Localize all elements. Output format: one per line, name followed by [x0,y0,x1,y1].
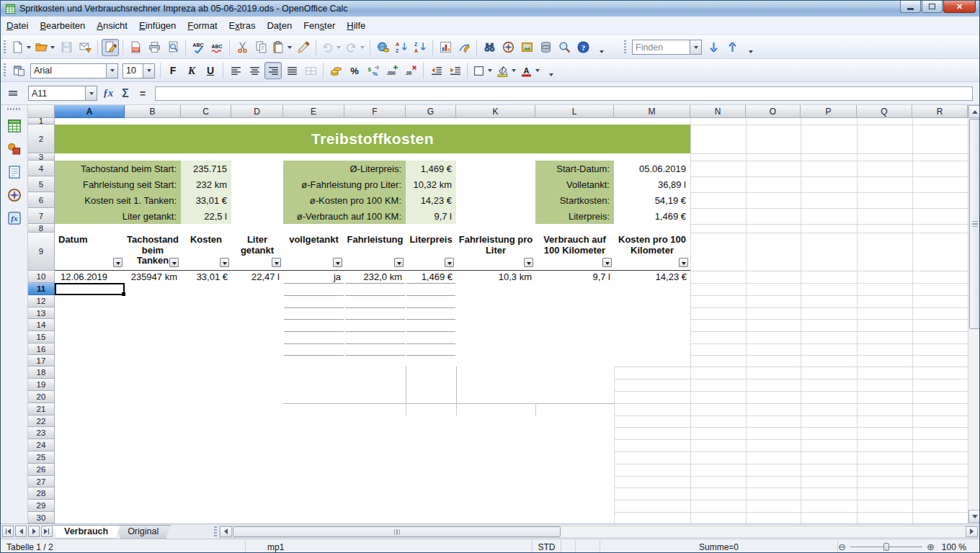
background-color-button[interactable] [495,62,517,79]
decrease-indent-button[interactable] [427,62,445,79]
autofilter-button[interactable] [272,258,281,267]
autofilter-button[interactable] [220,258,229,267]
row-header-1[interactable]: 1 [28,118,55,125]
font-size-combo-input[interactable] [123,66,143,76]
cell-cursor-A11[interactable] [55,283,125,295]
find-input[interactable] [633,42,690,53]
align-justify-button[interactable] [283,62,300,79]
sum-field[interactable]: Summe=0 [600,540,838,553]
summary-value[interactable]: 14,23 € [406,192,456,208]
row-header-30[interactable]: 30 [28,512,55,523]
delete-decimal-place-button[interactable]: .00 [402,62,419,79]
column-header-M[interactable]: M [614,105,690,118]
summary-value[interactable]: 1,469 € [614,208,690,224]
sort-ascending-button[interactable]: AZ [393,39,410,56]
spellcheck-button[interactable]: ABC [190,39,207,56]
summary-value[interactable]: 33,01 € [181,192,231,208]
summary-value[interactable]: 54,19 € [614,192,690,208]
zoom-level[interactable]: 100 % [942,542,966,552]
gallery-button[interactable] [518,39,535,56]
first-sheet-button[interactable] [2,526,14,537]
function-wizard-button[interactable]: ƒx [99,86,117,102]
cell[interactable]: 9,7 l [535,271,614,283]
row-header-17[interactable]: 17 [28,355,55,367]
column-header-E[interactable]: E [283,105,344,118]
sort-descending-button[interactable]: ZA [411,39,429,56]
column-header-G[interactable]: G [406,105,456,118]
menu-bearbeiten[interactable]: Bearbeiten [34,18,91,34]
auto-spellcheck-button[interactable]: ABC [208,39,226,56]
fill-handle[interactable] [122,292,125,296]
row-header-15[interactable]: 15 [28,331,55,343]
toolbar-grip[interactable] [7,108,22,110]
find-dropdown-button[interactable] [690,40,701,54]
row-header-9[interactable]: 9 [28,233,55,271]
row-header-24[interactable]: 24 [28,439,55,451]
formula-bar-handle-icon[interactable] [4,86,22,102]
format-paintbrush-button[interactable] [295,39,312,56]
toolbar-more-button[interactable] [742,39,760,56]
previous-sheet-button[interactable] [15,526,27,537]
insert-function-button[interactable]: fx [6,210,23,227]
cell[interactable]: 22,47 l [231,271,283,283]
help-button[interactable]: ? [574,39,592,56]
cell[interactable]: 232,0 km [344,271,406,283]
menu-format[interactable]: Format [182,18,223,34]
formula-input-line[interactable] [155,86,973,101]
vertical-scroll-thumb[interactable] [969,119,980,329]
autofilter-button[interactable] [602,258,612,267]
show-draw-functions-button[interactable] [455,39,473,56]
row-header-27[interactable]: 27 [28,476,55,487]
autofilter-button[interactable] [169,258,179,267]
number-format-percent-button[interactable]: % [346,62,363,79]
insert-table-button[interactable] [6,117,23,135]
menu-fenster[interactable]: Fenster [298,18,341,34]
scroll-down-button[interactable] [968,510,980,523]
sum-button[interactable]: Σ [117,86,134,102]
bold-button[interactable]: F [164,62,182,79]
column-header-R[interactable]: R [912,105,968,118]
horizontal-scroll-thumb[interactable] [233,526,561,537]
cell[interactable]: 14,23 € [614,271,690,283]
summary-value[interactable]: 22,5 l [181,208,231,224]
row-header-20[interactable]: 20 [28,391,55,403]
column-header-A[interactable]: A [55,105,125,118]
cut-button[interactable] [233,39,251,56]
column-header-F[interactable]: F [344,105,406,118]
zoom-slider-thumb[interactable] [883,543,889,551]
menu-hilfe[interactable]: Hilfe [341,18,371,34]
increase-indent-button[interactable] [446,62,463,79]
row-header-5[interactable]: 5 [28,176,55,192]
row-header-23[interactable]: 23 [28,427,55,439]
align-left-button[interactable] [227,62,244,79]
summary-value[interactable]: 235.715 [181,161,231,176]
cell[interactable]: 1,469 € [406,271,456,283]
navigator-compass-button[interactable] [6,186,23,204]
row-header-14[interactable]: 14 [28,319,55,331]
find-up-button[interactable] [723,39,741,56]
autofilter-button[interactable] [394,258,404,267]
horizontal-scrollbar[interactable] [219,526,979,538]
sheet-tab-original[interactable]: Original [115,525,171,539]
row-header-10[interactable]: 10 [28,271,55,283]
cell[interactable]: 235947 km [125,271,181,283]
underline-button[interactable]: U [202,62,219,79]
row-header-13[interactable]: 13 [28,307,55,319]
page-preview-button[interactable] [164,39,182,56]
summary-value[interactable]: 10,32 km [406,176,456,192]
sheet-tab-verbrauch[interactable]: Verbrauch [52,525,120,539]
formula-button[interactable]: = [134,86,151,102]
open-button[interactable] [34,39,56,56]
toolbar-more-button[interactable] [543,62,560,79]
autofilter-button[interactable] [524,258,533,267]
column-header-K[interactable]: K [456,105,535,118]
insert-document-button[interactable] [6,163,23,181]
font-size-combo-dropdown-button[interactable] [143,64,154,78]
cell[interactable]: 12.06.2019 [55,271,125,283]
last-sheet-button[interactable] [41,526,53,537]
column-header-N[interactable]: N [690,105,746,118]
row-header-25[interactable]: 25 [28,451,55,464]
export-pdf-button[interactable]: PDF [127,39,144,56]
find-down-button[interactable] [705,39,722,56]
cell[interactable]: ja [283,271,344,283]
